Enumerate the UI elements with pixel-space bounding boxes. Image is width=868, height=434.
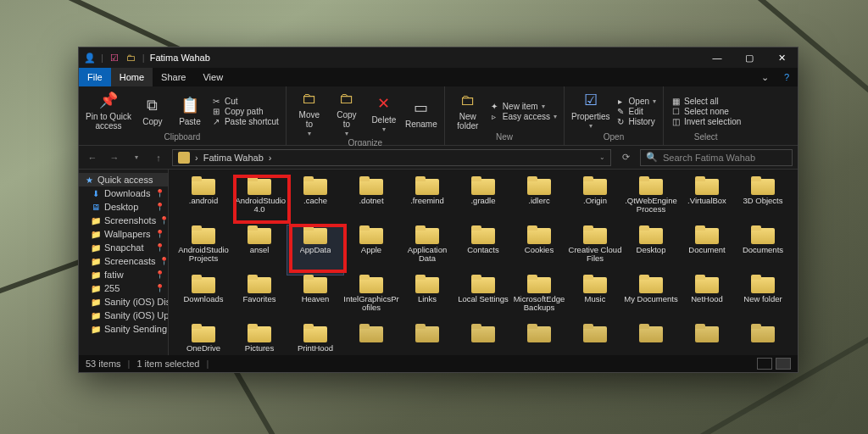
sidebar-item[interactable]: 📁Snapchat📍 [79, 241, 168, 254]
folder-item[interactable]: Links [399, 275, 455, 324]
folder-item[interactable] [735, 324, 791, 341]
folder-item[interactable]: New folder [735, 275, 791, 324]
move-to-button[interactable]: 🗀Move to▾ [293, 90, 326, 138]
folder-item[interactable]: Desktop [623, 225, 679, 275]
folder-item[interactable]: MicrosoftEdgeBackups [511, 275, 567, 324]
new-item-button[interactable]: ✦New item ▾ [489, 102, 557, 111]
folder-item[interactable]: PrintHood [287, 324, 343, 355]
copy-path-button[interactable]: ⊞Copy path [211, 107, 279, 116]
sidebar-item[interactable]: ⬇Downloads📍 [79, 186, 168, 200]
sidebar-item[interactable]: 🖥Desktop📍 [79, 200, 168, 214]
folder-item[interactable]: .Origin [567, 176, 623, 225]
rename-button[interactable]: ▭Rename [405, 99, 437, 129]
folder-item[interactable]: Heaven [287, 275, 343, 324]
folder-item[interactable]: AndroidStudioProjects [175, 225, 231, 275]
cut-button[interactable]: ✂Cut [211, 97, 279, 106]
tab-share[interactable]: Share [153, 68, 194, 86]
sidebar-item[interactable]: 📁Sanity (iOS) Disc📍 [79, 295, 168, 309]
folder-item[interactable]: .cache [287, 176, 343, 225]
sidebar-item[interactable]: 📁Sanity (iOS) Upd📍 [79, 309, 168, 322]
paste-button[interactable]: 📋Paste [174, 97, 206, 126]
folder-item[interactable] [567, 324, 623, 341]
sidebar-item[interactable]: 📁Screenshots📍 [79, 214, 168, 227]
recent-button[interactable]: ▾ [128, 153, 145, 161]
sidebar-item[interactable]: 📁fatiw📍 [79, 268, 168, 281]
history-icon: ↻ [615, 117, 626, 126]
user-icon: 👤 [84, 52, 96, 64]
tab-home[interactable]: Home [111, 68, 153, 86]
folder-item[interactable] [623, 324, 679, 341]
folder-item[interactable]: .AndroidStudio4.0 [231, 176, 287, 225]
folder-item[interactable]: Apple [343, 225, 399, 275]
folder-icon [415, 225, 439, 244]
easy-access-button[interactable]: ▹Easy access ▾ [489, 112, 557, 121]
folder-item[interactable] [511, 324, 567, 341]
edit-button[interactable]: ✎Edit [615, 107, 656, 116]
ribbon-collapse-button[interactable]: ⌄ [754, 68, 776, 86]
folder-item[interactable]: .android [175, 176, 231, 225]
copy-to-button[interactable]: 🗀Copy to▾ [331, 90, 363, 138]
sidebar-item[interactable]: 📁Screencasts📍 [79, 254, 168, 268]
folder-item[interactable]: .gradle [455, 176, 511, 225]
folder-label: 3D Objects [743, 197, 783, 205]
maximize-button[interactable]: ▢ [733, 47, 765, 68]
folder-item[interactable]: Pictures [231, 324, 287, 355]
folder-item[interactable]: IntelGraphicsProfiles [343, 275, 399, 324]
breadcrumb-user[interactable]: Fatima Wahab [203, 153, 264, 163]
copy-button[interactable]: ⧉Copy [136, 97, 169, 126]
new-folder-button[interactable]: 🗀New folder [452, 92, 484, 131]
tab-view[interactable]: View [194, 68, 231, 86]
folder-item[interactable]: .QtWebEngineProcess [623, 176, 679, 225]
select-all-button[interactable]: ▦Select all [670, 97, 741, 106]
sidebar-quick-access[interactable]: ★ Quick access [79, 173, 168, 186]
folder-item[interactable]: .idlerc [511, 176, 567, 225]
sidebar-item[interactable]: 📁255📍 [79, 281, 168, 295]
delete-button[interactable]: ✕Delete▾ [368, 95, 400, 134]
tab-file[interactable]: File [79, 68, 111, 86]
close-button[interactable]: ✕ [765, 47, 798, 68]
folder-item[interactable] [399, 324, 455, 341]
folder-item[interactable]: Local Settings [455, 275, 511, 324]
breadcrumb[interactable]: › Fatima Wahab › ⌄ [172, 149, 611, 166]
folder-item[interactable]: NetHood [679, 275, 735, 324]
folder-item[interactable]: Application Data [399, 225, 455, 275]
forward-button[interactable]: → [106, 153, 123, 163]
sidebar-item[interactable]: 📁Sanity Sending a📍 [79, 322, 168, 336]
folder-item[interactable]: .freemind [399, 176, 455, 225]
folder-item[interactable]: Creative Cloud Files [567, 225, 623, 275]
folder-item[interactable]: My Documents [623, 275, 679, 324]
folder-item[interactable] [455, 324, 511, 341]
back-button[interactable]: ← [84, 153, 101, 163]
pin-quick-access-button[interactable]: 📌Pin to Quick access [86, 92, 131, 131]
folder-item[interactable]: Cookies [511, 225, 567, 275]
invert-selection-button[interactable]: ◫Invert selection [670, 117, 741, 126]
properties-button[interactable]: ☑Properties▾ [571, 92, 610, 131]
folder-item[interactable]: AppData [287, 225, 343, 275]
folder-item[interactable]: Downloads [175, 275, 231, 324]
help-button[interactable]: ? [776, 68, 798, 86]
folder-item[interactable] [679, 324, 735, 341]
folder-item[interactable]: Contacts [455, 225, 511, 275]
sidebar-item[interactable]: 📁Wallpapers📍 [79, 227, 168, 241]
refresh-button[interactable]: ⟳ [616, 152, 635, 163]
minimize-button[interactable]: — [701, 47, 733, 68]
folder-item[interactable]: .VirtualBox [679, 176, 735, 225]
view-details-button[interactable] [757, 358, 772, 370]
folder-item[interactable] [343, 324, 399, 341]
view-icons-button[interactable] [776, 358, 791, 370]
open-button[interactable]: ▸Open ▾ [615, 97, 656, 106]
folder-item[interactable]: .dotnet [343, 176, 399, 225]
folder-item[interactable]: 3D Objects [735, 176, 791, 225]
folder-item[interactable]: Documents [735, 225, 791, 275]
pin-icon: 📍 [155, 243, 164, 252]
paste-shortcut-button[interactable]: ↗Paste shortcut [211, 117, 279, 126]
history-button[interactable]: ↻History [615, 117, 656, 126]
folder-item[interactable]: Music [567, 275, 623, 324]
search-box[interactable]: 🔍 Search Fatima Wahab [640, 149, 793, 166]
folder-item[interactable]: ansel [231, 225, 287, 275]
folder-item[interactable]: Document [679, 225, 735, 275]
folder-item[interactable]: Favorites [231, 275, 287, 324]
select-none-button[interactable]: ☐Select none [670, 107, 741, 116]
up-button[interactable]: ↑ [150, 153, 167, 163]
folder-item[interactable]: OneDrive [175, 324, 231, 355]
